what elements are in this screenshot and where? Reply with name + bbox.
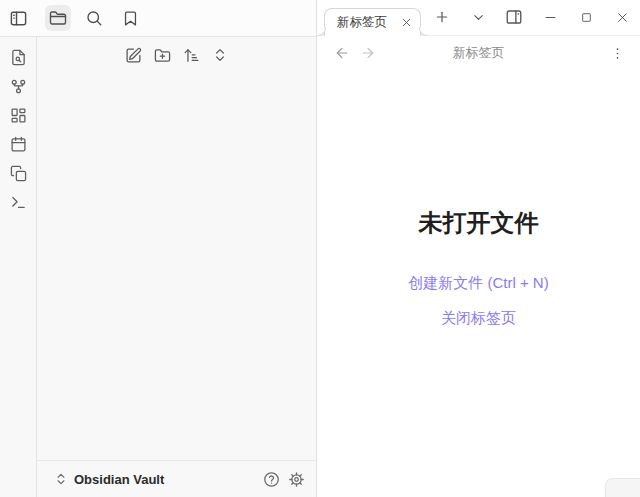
- ribbon: [0, 37, 37, 497]
- search-icon: [85, 9, 103, 27]
- sidebar-header: [37, 0, 316, 37]
- maximize-icon: [580, 11, 593, 24]
- toggle-left-sidebar-button[interactable]: [6, 5, 32, 31]
- tab-close-button[interactable]: [400, 16, 413, 29]
- terminal-icon: [10, 194, 27, 211]
- copy-icon: [10, 165, 27, 182]
- command-palette-button[interactable]: [6, 193, 30, 211]
- help-circle-icon: [263, 471, 280, 488]
- status-bar: [605, 478, 640, 497]
- toggle-right-sidebar-button[interactable]: [503, 5, 525, 29]
- file-explorer-pane: Obsidian Vault: [37, 37, 316, 497]
- vault-switcher-button[interactable]: [53, 469, 69, 489]
- close-icon: [615, 10, 630, 25]
- tab-bar: 新标签页: [317, 0, 640, 36]
- create-new-file-link[interactable]: 创建新文件 (Ctrl + N): [408, 274, 548, 293]
- file-list-empty-area[interactable]: [37, 66, 316, 460]
- settings-button[interactable]: [286, 469, 306, 489]
- sort-ascending-icon: [183, 47, 200, 64]
- window-close-button[interactable]: [611, 5, 633, 29]
- canvas-button[interactable]: [6, 106, 30, 124]
- main-pane: 新标签页: [317, 0, 640, 497]
- bookmark-icon: [122, 10, 139, 27]
- close-icon: [400, 16, 413, 29]
- tab-title: 新标签页: [337, 14, 395, 31]
- window-maximize-button[interactable]: [575, 5, 597, 29]
- left-panel: Obsidian Vault: [0, 0, 317, 497]
- help-button[interactable]: [261, 469, 281, 489]
- collapse-all-button[interactable]: [208, 44, 232, 66]
- folder-plus-icon: [154, 47, 171, 64]
- graph-icon: [10, 78, 27, 95]
- calendar-icon: [10, 136, 27, 153]
- view-title: 新标签页: [453, 44, 505, 62]
- arrow-left-icon: [334, 45, 350, 61]
- ribbon-header: [0, 0, 37, 37]
- folder-icon: [49, 9, 67, 27]
- tab-search[interactable]: [81, 5, 107, 31]
- panel-right-icon: [505, 8, 523, 26]
- square-pen-icon: [125, 47, 142, 64]
- panel-left-icon: [9, 9, 28, 28]
- layout-dashboard-icon: [10, 107, 27, 124]
- more-options-button[interactable]: [606, 41, 628, 65]
- minimize-icon: [543, 10, 558, 25]
- sort-order-button[interactable]: [179, 44, 203, 66]
- tabbar-actions: [431, 0, 633, 35]
- quick-switcher-button[interactable]: [6, 48, 30, 66]
- kebab-menu-icon: [610, 46, 625, 61]
- arrow-right-icon: [360, 45, 376, 61]
- empty-state: 未打开文件 创建新文件 (Ctrl + N) 关闭标签页: [317, 70, 640, 497]
- vault-name[interactable]: Obsidian Vault: [74, 472, 164, 487]
- obsidian-window: Obsidian Vault 新标签页: [0, 0, 640, 497]
- view-header: 新标签页: [317, 36, 640, 70]
- file-explorer-toolbar: [37, 37, 316, 66]
- tab-file-explorer[interactable]: [45, 5, 71, 31]
- nav-arrows: [331, 41, 379, 65]
- tab-new-tab[interactable]: 新标签页: [324, 8, 421, 36]
- gear-icon: [288, 471, 305, 488]
- navigate-forward-button[interactable]: [357, 41, 379, 65]
- close-tab-link[interactable]: 关闭标签页: [441, 309, 516, 328]
- new-folder-button[interactable]: [150, 44, 174, 66]
- chevron-down-icon: [471, 10, 486, 25]
- daily-note-button[interactable]: [6, 135, 30, 153]
- window-minimize-button[interactable]: [539, 5, 561, 29]
- file-search-icon: [10, 49, 27, 66]
- navigate-back-button[interactable]: [331, 41, 353, 65]
- new-tab-button[interactable]: [431, 5, 453, 29]
- new-note-button[interactable]: [121, 44, 145, 66]
- tab-list-button[interactable]: [467, 5, 489, 29]
- vault-switcher-row[interactable]: Obsidian Vault: [37, 460, 316, 497]
- graph-view-button[interactable]: [6, 77, 30, 95]
- empty-state-heading: 未打开文件: [419, 207, 539, 239]
- templates-button[interactable]: [6, 164, 30, 182]
- chevrons-up-down-icon: [54, 472, 68, 486]
- chevrons-up-down-icon: [212, 47, 228, 63]
- tab-bookmarks[interactable]: [117, 5, 143, 31]
- plus-icon: [434, 9, 450, 25]
